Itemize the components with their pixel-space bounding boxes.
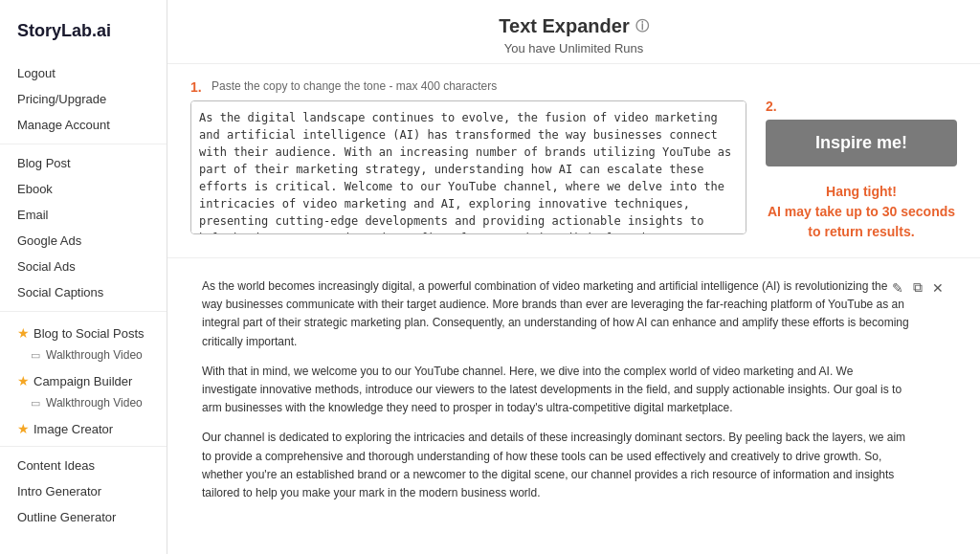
star-icon: ★: [17, 373, 30, 388]
star-icon: ★: [17, 325, 30, 341]
sidebar-tool-google-ads[interactable]: Google Ads: [0, 228, 167, 254]
main-content: Text Expander ⓘ You have Unlimited Runs …: [167, 0, 980, 554]
video-icon: ▭: [31, 349, 40, 362]
sidebar-tool-email[interactable]: Email: [0, 202, 167, 228]
page-header: Text Expander ⓘ You have Unlimited Runs: [167, 0, 980, 64]
sidebar-divider-2: [0, 311, 167, 312]
sidebar-tool-ebook[interactable]: Ebook: [0, 176, 167, 202]
output-para-2: With that in mind, we welcome you to our…: [202, 363, 909, 418]
output-actions: ✎ ⧉ ✕: [890, 277, 946, 298]
sidebar-divider-3: [0, 446, 167, 447]
sidebar-divider-1: [0, 144, 167, 144]
sub-label: Walkthrough Video: [46, 348, 143, 362]
input-column: 1. Paste the copy to change the tone - m…: [190, 79, 746, 237]
title-text: Text Expander: [499, 15, 629, 37]
input-label-row: 1. Paste the copy to change the tone - m…: [190, 79, 746, 95]
output-para-1: As the world becomes increasingly digita…: [202, 277, 909, 351]
copy-button[interactable]: ⧉: [911, 277, 924, 298]
section-label: Blog to Social Posts: [33, 326, 145, 341]
section-label: Image Creator: [33, 422, 113, 436]
sidebar-sub-walkthrough-2[interactable]: ▭Walkthrough Video: [0, 392, 167, 413]
step1-num: 1.: [190, 79, 206, 95]
sidebar-bottom-content-ideas[interactable]: Content Ideas: [0, 453, 167, 478]
sidebar-nav-pricing[interactable]: Pricing/Upgrade: [0, 86, 167, 112]
sidebar-section-campaign-builder[interactable]: ★Campaign Builder: [0, 366, 167, 392]
sidebar-nav-logout[interactable]: Logout: [0, 60, 167, 86]
info-icon[interactable]: ⓘ: [635, 18, 649, 35]
star-icon: ★: [17, 421, 30, 436]
output-para-3: Our channel is dedicated to exploring th…: [202, 429, 909, 502]
sidebar-tool-social-ads[interactable]: Social Ads: [0, 254, 167, 279]
edit-button[interactable]: ✎: [890, 277, 905, 298]
output-section: ✎ ⧉ ✕ As the world becomes increasingly …: [167, 257, 980, 529]
text-input[interactable]: [190, 100, 746, 234]
page-title: Text Expander ⓘ: [187, 15, 961, 37]
sidebar-nav-manage-account[interactable]: Manage Account: [0, 112, 167, 138]
subtitle-text: You have Unlimited Runs: [187, 41, 961, 55]
sidebar-sub-walkthrough-1[interactable]: ▭Walkthrough Video: [0, 344, 167, 366]
action-column: 2. Inspire me! Hang tight!AI may take up…: [766, 79, 957, 242]
sidebar-tool-social-captions[interactable]: Social Captions: [0, 279, 167, 305]
section-label: Campaign Builder: [33, 374, 132, 388]
sidebar-tools: Blog PostEbookEmailGoogle AdsSocial AdsS…: [0, 150, 167, 305]
sidebar-bottom-intro-generator[interactable]: Intro Generator: [0, 478, 167, 504]
step2-num: 2.: [766, 99, 777, 114]
output-block: ✎ ⧉ ✕ As the world becomes increasingly …: [190, 266, 957, 514]
sub-label: Walkthrough Video: [46, 396, 143, 410]
delete-button[interactable]: ✕: [930, 277, 946, 298]
wait-message: Hang tight!AI may take up to 30 secondst…: [768, 182, 955, 242]
sidebar-sections: ★Blog to Social Posts▭Walkthrough Video★…: [0, 318, 167, 440]
video-icon: ▭: [31, 397, 40, 410]
sidebar-section-blog-to-social[interactable]: ★Blog to Social Posts: [0, 318, 167, 344]
sidebar-logo: StoryLab.ai: [0, 11, 167, 60]
sidebar-nav: LogoutPricing/UpgradeManage Account: [0, 60, 167, 138]
sidebar-section-image-creator[interactable]: ★Image Creator: [0, 413, 167, 440]
inspire-button[interactable]: Inspire me!: [766, 120, 957, 166]
input-hint: Paste the copy to change the tone - max …: [212, 79, 497, 93]
sidebar-bottom-outline-generator[interactable]: Outline Generator: [0, 504, 167, 530]
input-section: 1. Paste the copy to change the tone - m…: [167, 64, 980, 257]
sidebar: StoryLab.ai LogoutPricing/UpgradeManage …: [0, 0, 167, 554]
sidebar-tool-blog-post[interactable]: Blog Post: [0, 150, 167, 176]
sidebar-bottom-tools: Content IdeasIntro GeneratorOutline Gene…: [0, 453, 167, 530]
